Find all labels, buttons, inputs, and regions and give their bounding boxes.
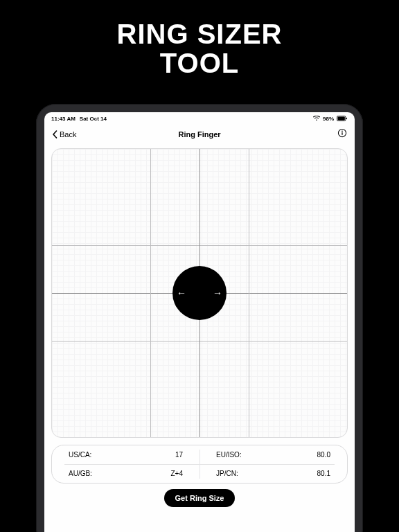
- size-value: 17: [175, 451, 183, 459]
- size-value: 80.0: [317, 451, 330, 459]
- status-date: Sat Oct 14: [80, 116, 107, 122]
- back-label: Back: [60, 130, 76, 139]
- hero-title: RING SIZER TOOL: [0, 0, 399, 78]
- info-button[interactable]: [337, 129, 348, 140]
- arrow-left-icon: ←: [177, 288, 186, 298]
- size-cell-jp-cn: JP/CN: 80.1: [200, 464, 347, 483]
- hero-line-2: TOOL: [0, 48, 399, 78]
- device-screen: 11:43 AM Sat Oct 14 98%: [44, 112, 355, 532]
- marketing-slide: RING SIZER TOOL 11:43 AM Sat Oct 14 98%: [0, 0, 399, 532]
- size-label: US/CA:: [69, 451, 91, 459]
- table-divider-v: [200, 450, 200, 479]
- sizing-grid[interactable]: ← →: [51, 148, 348, 438]
- svg-point-4: [342, 131, 343, 132]
- grid-line-v: [150, 149, 151, 437]
- size-label: EU/ISO:: [216, 451, 242, 459]
- size-cell-eu-iso: EU/ISO: 80.0: [200, 445, 347, 464]
- svg-rect-5: [342, 132, 342, 135]
- info-icon: [337, 128, 347, 141]
- get-ring-size-button[interactable]: Get Ring Size: [164, 489, 236, 507]
- size-table: US/CA: 17 EU/ISO: 80.0 AU/GB: Z+4 JP/CN:…: [51, 445, 348, 484]
- ipad-device-frame: 11:43 AM Sat Oct 14 98%: [36, 104, 363, 532]
- wifi-icon: [313, 116, 320, 121]
- svg-rect-1: [338, 117, 345, 121]
- status-bar: 11:43 AM Sat Oct 14 98%: [44, 112, 355, 125]
- size-value: 80.1: [317, 470, 330, 477]
- cta-row: Get Ring Size: [44, 489, 355, 507]
- svg-rect-2: [346, 118, 347, 120]
- size-value: Z+4: [170, 470, 183, 477]
- size-label: AU/GB:: [69, 470, 92, 477]
- status-time: 11:43 AM: [51, 116, 76, 122]
- status-battery-pct: 98%: [323, 116, 334, 122]
- size-cell-au-gb: AU/GB: Z+4: [52, 464, 200, 483]
- chevron-left-icon: [51, 130, 58, 139]
- page-title: Ring Finger: [44, 130, 355, 139]
- grid-line-v: [249, 149, 249, 437]
- nav-bar: Back Ring Finger: [44, 125, 355, 144]
- back-button[interactable]: Back: [51, 130, 76, 139]
- size-label: JP/CN:: [216, 470, 238, 477]
- arrow-right-icon: →: [213, 288, 222, 298]
- battery-icon: [337, 116, 348, 121]
- size-cell-us-ca: US/CA: 17: [52, 445, 200, 464]
- ring-handle[interactable]: ← →: [172, 266, 227, 320]
- hero-line-1: RING SIZER: [0, 19, 399, 48]
